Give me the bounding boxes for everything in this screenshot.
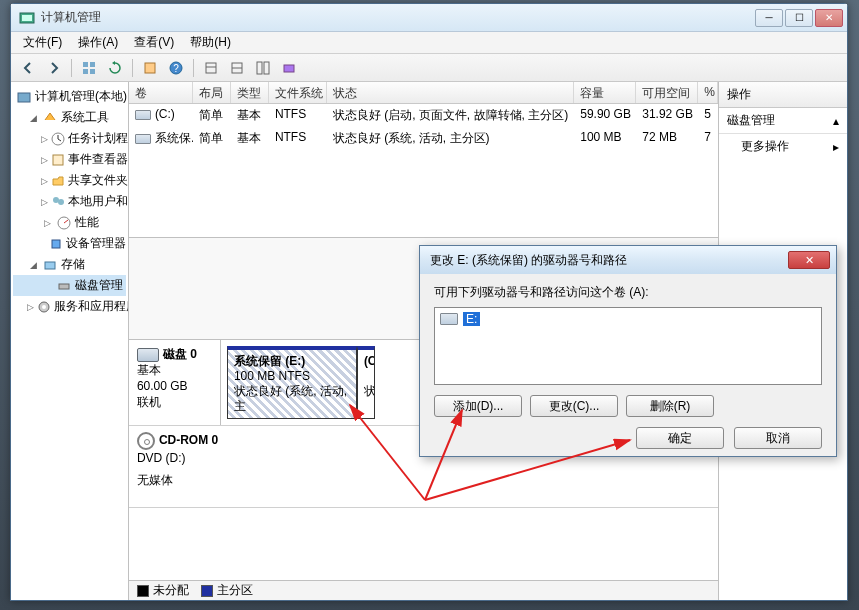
svg-rect-3 bbox=[90, 62, 95, 67]
tree-diskmgmt[interactable]: 磁盘管理 bbox=[13, 275, 126, 296]
cell: 简单 bbox=[193, 128, 231, 149]
toolbar-icon-2[interactable] bbox=[226, 57, 248, 79]
dialog-titlebar: 更改 E: (系统保留) 的驱动器号和路径 ✕ bbox=[420, 246, 836, 274]
cell: 基本 bbox=[231, 105, 269, 126]
menu-help[interactable]: 帮助(H) bbox=[184, 32, 237, 53]
col-status[interactable]: 状态 bbox=[327, 82, 574, 103]
col-free[interactable]: 可用空间 bbox=[636, 82, 698, 103]
svg-rect-25 bbox=[52, 240, 60, 248]
refresh-button[interactable] bbox=[104, 57, 126, 79]
back-button[interactable] bbox=[17, 57, 39, 79]
tree-root-label: 计算机管理(本地) bbox=[35, 88, 127, 105]
cdrom-icon bbox=[137, 432, 155, 450]
cancel-button[interactable]: 取消 bbox=[734, 427, 822, 449]
menu-action[interactable]: 操作(A) bbox=[72, 32, 124, 53]
table-row[interactable]: (C:) 简单 基本 NTFS 状态良好 (启动, 页面文件, 故障转储, 主分… bbox=[129, 104, 718, 127]
legend-primary-label: 主分区 bbox=[217, 583, 253, 597]
tree-label: 共享文件夹 bbox=[68, 172, 128, 189]
cell: 基本 bbox=[231, 128, 269, 149]
volume-list[interactable]: (C:) 简单 基本 NTFS 状态良好 (启动, 页面文件, 故障转储, 主分… bbox=[129, 104, 718, 238]
list-item[interactable]: E: bbox=[438, 311, 818, 327]
toolbar-icon-1[interactable] bbox=[200, 57, 222, 79]
forward-button[interactable] bbox=[43, 57, 65, 79]
tree-eventvwr[interactable]: ▷事件查看器 bbox=[13, 149, 126, 170]
cdrom-state: 无媒体 bbox=[137, 472, 710, 488]
legend: 未分配 主分区 bbox=[129, 580, 718, 600]
tree-localusers[interactable]: ▷本地用户和组 bbox=[13, 191, 126, 212]
minimize-button[interactable]: ─ bbox=[755, 9, 783, 27]
cdrom-header: CD-ROM 0 bbox=[159, 433, 218, 447]
menu-file[interactable]: 文件(F) bbox=[17, 32, 68, 53]
properties-button[interactable] bbox=[139, 57, 161, 79]
col-pct[interactable]: % bbox=[698, 82, 718, 103]
navigation-tree[interactable]: 计算机管理(本地) ◢系统工具 ▷任务计划程序 ▷事件查看器 ▷共享文件夹 ▷本… bbox=[11, 82, 129, 600]
cell: 59.90 GB bbox=[574, 105, 636, 126]
close-button[interactable]: ✕ bbox=[815, 9, 843, 27]
volume-list-header: 卷 布局 类型 文件系统 状态 容量 可用空间 % bbox=[129, 82, 718, 104]
svg-rect-5 bbox=[90, 69, 95, 74]
svg-rect-15 bbox=[284, 65, 294, 72]
col-layout[interactable]: 布局 bbox=[193, 82, 231, 103]
col-capacity[interactable]: 容量 bbox=[574, 82, 636, 103]
svg-point-22 bbox=[58, 199, 64, 205]
tree-systools[interactable]: ◢系统工具 bbox=[13, 107, 126, 128]
legend-unalloc-icon bbox=[137, 585, 149, 597]
drive-letter-listbox[interactable]: E: bbox=[434, 307, 822, 385]
tree-shared[interactable]: ▷共享文件夹 bbox=[13, 170, 126, 191]
cell: 简单 bbox=[193, 105, 231, 126]
toolbar-view-icon[interactable] bbox=[78, 57, 100, 79]
svg-rect-13 bbox=[257, 62, 262, 74]
cell: NTFS bbox=[269, 105, 327, 126]
svg-rect-4 bbox=[83, 69, 88, 74]
partition-status: 状态良好 (系统, 活动, 主 bbox=[234, 384, 350, 414]
tree-label: 存储 bbox=[61, 256, 85, 273]
volume-icon bbox=[135, 110, 151, 120]
col-type[interactable]: 类型 bbox=[231, 82, 269, 103]
svg-rect-16 bbox=[18, 93, 30, 102]
tree-tasksched[interactable]: ▷任务计划程序 bbox=[13, 128, 126, 149]
menubar: 文件(F) 操作(A) 查看(V) 帮助(H) bbox=[11, 32, 847, 54]
disk-info[interactable]: 磁盘 0 基本 60.00 GB 联机 bbox=[129, 340, 221, 425]
tree-services[interactable]: ▷服务和应用程序 bbox=[13, 296, 126, 317]
dialog-close-button[interactable]: ✕ bbox=[788, 251, 830, 269]
tree-devmgr[interactable]: 设备管理器 bbox=[13, 233, 126, 254]
remove-button[interactable]: 删除(R) bbox=[626, 395, 714, 417]
col-fs[interactable]: 文件系统 bbox=[269, 82, 327, 103]
partition-c[interactable]: (C 状 bbox=[357, 346, 375, 419]
menu-view[interactable]: 查看(V) bbox=[128, 32, 180, 53]
tree-root[interactable]: 计算机管理(本地) bbox=[13, 86, 126, 107]
col-volume[interactable]: 卷 bbox=[129, 82, 193, 103]
tree-storage[interactable]: ◢存储 bbox=[13, 254, 126, 275]
add-button[interactable]: 添加(D)... bbox=[434, 395, 522, 417]
dialog-title: 更改 E: (系统保留) 的驱动器号和路径 bbox=[430, 252, 788, 269]
svg-rect-2 bbox=[83, 62, 88, 67]
drive-icon bbox=[440, 313, 458, 325]
cell: 状态良好 (启动, 页面文件, 故障转储, 主分区) bbox=[327, 105, 574, 126]
svg-rect-1 bbox=[22, 15, 32, 21]
dialog-label: 可用下列驱动器号和路径访问这个卷 (A): bbox=[434, 284, 822, 301]
cell: 7 bbox=[698, 128, 718, 149]
toolbar: ? bbox=[11, 54, 847, 82]
tree-label: 设备管理器 bbox=[66, 235, 126, 252]
cell: 系统保... bbox=[155, 131, 193, 145]
chevron-right-icon: ▸ bbox=[833, 140, 839, 154]
toolbar-icon-3[interactable] bbox=[252, 57, 274, 79]
help-button[interactable]: ? bbox=[165, 57, 187, 79]
tree-label: 事件查看器 bbox=[68, 151, 128, 168]
maximize-button[interactable]: ☐ bbox=[785, 9, 813, 27]
partition-system-reserved[interactable]: 系统保留 (E:) 100 MB NTFS 状态良好 (系统, 活动, 主 bbox=[227, 346, 357, 419]
disk-size: 60.00 GB bbox=[137, 378, 212, 394]
disk-state: 联机 bbox=[137, 394, 212, 410]
ok-button[interactable]: 确定 bbox=[636, 427, 724, 449]
svg-rect-26 bbox=[45, 262, 55, 269]
tree-perf[interactable]: ▷性能 bbox=[13, 212, 126, 233]
toolbar-icon-4[interactable] bbox=[278, 57, 300, 79]
svg-point-29 bbox=[42, 305, 46, 309]
legend-unalloc-label: 未分配 bbox=[153, 583, 189, 597]
actions-section[interactable]: 磁盘管理 ▴ bbox=[719, 108, 847, 134]
table-row[interactable]: 系统保... 简单 基本 NTFS 状态良好 (系统, 活动, 主分区) 100… bbox=[129, 127, 718, 150]
change-button[interactable]: 更改(C)... bbox=[530, 395, 618, 417]
actions-more[interactable]: 更多操作 ▸ bbox=[719, 134, 847, 159]
window-title: 计算机管理 bbox=[41, 9, 755, 26]
cell: 100 MB bbox=[574, 128, 636, 149]
